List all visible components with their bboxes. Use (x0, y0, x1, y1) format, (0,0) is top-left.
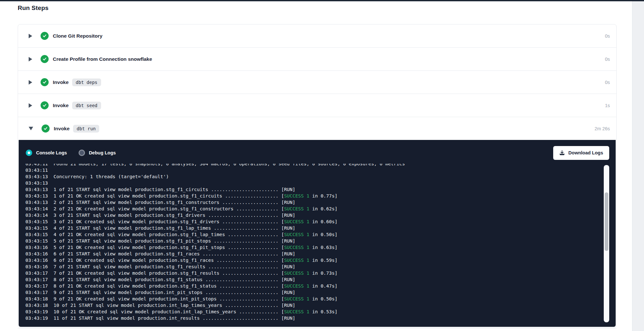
right-gutter (632, 1, 644, 331)
log-line: 03:43:16 7 of 21 START sql view model pr… (25, 263, 616, 270)
log-scrollbar-track[interactable] (604, 165, 609, 322)
log-line: 03:43:16 5 of 21 OK created sql view mod… (25, 244, 616, 251)
step-label: Invoke (53, 79, 69, 85)
log-line: 03:43:15 4 of 21 OK created sql view mod… (25, 231, 616, 238)
step-duration: 0s (605, 57, 610, 62)
success-check-icon (42, 124, 50, 133)
radio-unselected-icon[interactable] (79, 150, 85, 156)
log-panel: Console LogsDebug Logs Download Logs 03:… (19, 140, 616, 327)
command-badge: dbt seed (72, 102, 101, 109)
log-line: 03:43:15 5 of 21 START sql view model pr… (25, 238, 616, 244)
run-steps-list: Clone Git Repository0sCreate Profile fro… (18, 24, 617, 328)
chevron-right-icon (29, 57, 32, 61)
success-check-icon (41, 78, 49, 86)
step-label: Clone Git Repository (53, 33, 102, 39)
log-line: 03:43:13 Concurrency: 1 threads (target=… (25, 173, 616, 180)
success-check-icon (41, 32, 49, 40)
run-steps-page: Run Steps Clone Git Repository0sCreate P… (0, 0, 644, 331)
chevron-down-icon (29, 127, 33, 130)
download-logs-label: Download Logs (568, 150, 603, 155)
log-line: 03:43:17 7 of 21 OK created sql view mod… (25, 270, 616, 276)
download-logs-button[interactable]: Download Logs (553, 146, 609, 160)
step-label: Create Profile from Connection snowflake (53, 56, 152, 62)
step-row-2[interactable]: Invokedbt deps0s (18, 70, 616, 94)
log-line: 03:43:18 10 of 21 START sql view model p… (25, 302, 616, 308)
log-line: 03:43:17 9 of 21 START sql view model pr… (25, 289, 616, 296)
log-line: 03:43:11 (25, 167, 616, 173)
log-line: 03:43:14 2 of 21 OK created sql view mod… (25, 206, 616, 212)
log-line: 03:43:15 3 of 21 OK created sql view mod… (25, 218, 616, 225)
chevron-right-icon (29, 34, 32, 38)
success-check-icon (41, 101, 49, 109)
log-line: 03:43:16 6 of 21 OK created sql view mod… (25, 257, 616, 263)
log-panel-header: Console LogsDebug Logs Download Logs (19, 140, 616, 166)
log-line: 03:43:18 9 of 21 OK created sql view mod… (25, 296, 616, 302)
page-title: Run Steps (18, 5, 49, 12)
success-check-icon (41, 55, 49, 63)
chevron-right-icon (29, 103, 32, 108)
download-icon (559, 150, 565, 156)
log-line: 03:43:13 1 of 21 OK created sql view mod… (25, 193, 616, 199)
log-line: 03:43:19 10 of 21 OK created sql view mo… (25, 308, 616, 315)
top-navbar-edge (0, 0, 644, 1)
radio-label: Debug Logs (89, 150, 116, 155)
log-line: 03:43:11 Found 21 models, 17 tests, 0 sn… (25, 164, 616, 167)
log-line: 03:43:14 3 of 21 START sql view model pr… (25, 212, 616, 218)
step-row-1[interactable]: Create Profile from Connection snowflake… (18, 47, 616, 70)
log-line: 03:43:13 1 of 21 START sql view model pr… (25, 186, 616, 193)
log-line: 03:43:17 8 of 21 START sql view model pr… (25, 276, 616, 283)
step-row-4[interactable]: Invokedbt run2m 26s (18, 117, 616, 140)
command-badge: dbt run (73, 125, 99, 133)
step-duration: 0s (605, 33, 610, 39)
radio-label: Console Logs (36, 150, 67, 155)
step-label: Invoke (54, 126, 70, 132)
radio-console-logs[interactable]: Console Logs (26, 150, 67, 156)
step-row-3[interactable]: Invokedbt seed1s (18, 94, 616, 117)
log-line: 03:43:13 2 of 21 START sql view model pr… (25, 199, 616, 206)
command-badge: dbt deps (72, 78, 101, 86)
log-line: 03:43:19 11 of 21 START sql view model p… (25, 315, 616, 321)
log-line: 03:43:16 6 of 21 START sql view model pr… (25, 251, 616, 257)
radio-selected-icon[interactable] (26, 150, 32, 156)
step-duration: 0s (605, 80, 610, 85)
log-line: 03:43:15 4 of 21 START sql view model pr… (25, 225, 616, 231)
chevron-right-icon (29, 80, 32, 85)
step-duration: 2m 26s (594, 126, 610, 131)
log-scrollbar-thumb[interactable] (605, 192, 608, 251)
log-type-radio-group: Console LogsDebug Logs (26, 150, 116, 156)
next-section-edge (18, 328, 617, 328)
log-line: 03:43:13 (25, 180, 616, 186)
step-label: Invoke (53, 103, 69, 108)
step-duration: 1s (605, 103, 610, 108)
radio-debug-logs[interactable]: Debug Logs (79, 150, 116, 156)
log-line: 03:43:17 8 of 21 OK created sql view mod… (25, 283, 616, 289)
console-log-output[interactable]: 03:43:11 Found 21 models, 17 tests, 0 sn… (19, 164, 616, 327)
log-lines: 03:43:11 Found 21 models, 17 tests, 0 sn… (25, 164, 616, 321)
step-row-0[interactable]: Clone Git Repository0s (18, 24, 616, 47)
